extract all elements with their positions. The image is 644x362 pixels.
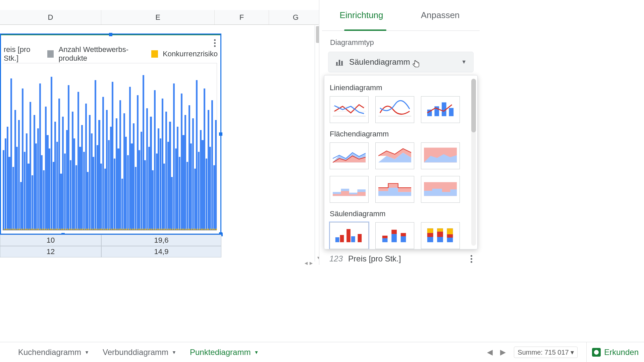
thumb-area[interactable] bbox=[330, 142, 369, 169]
svg-rect-11 bbox=[449, 108, 453, 116]
summary-box[interactable]: Summe: 715 017 ▾ bbox=[514, 347, 578, 358]
sheet-tab-active[interactable]: Punktediagramm▼ bbox=[185, 346, 263, 359]
cell-e[interactable]: 14,9 bbox=[101, 246, 221, 257]
bar bbox=[215, 120, 217, 230]
bar bbox=[202, 140, 203, 230]
chart-type-dropdown: Liniendiagramm Flächendiagramm Säulendia… bbox=[324, 75, 478, 249]
dropdown-group-title: Liniendiagramm bbox=[330, 83, 472, 92]
bar bbox=[51, 77, 52, 230]
thumb-column-100[interactable] bbox=[421, 222, 460, 249]
bar bbox=[150, 117, 152, 230]
bar bbox=[206, 159, 207, 230]
bar bbox=[95, 80, 96, 230]
bar bbox=[75, 165, 77, 230]
thumb-column[interactable] bbox=[330, 222, 369, 249]
chart-menu-kebab[interactable] bbox=[214, 39, 216, 47]
caret-down-icon: ▼ bbox=[254, 350, 259, 355]
bar bbox=[70, 160, 71, 230]
thumb-area-100[interactable] bbox=[421, 142, 460, 169]
cell-d[interactable]: 10 bbox=[0, 235, 101, 246]
bar bbox=[192, 118, 194, 230]
explore-button[interactable]: Erkunden bbox=[586, 342, 644, 362]
bar bbox=[144, 160, 146, 230]
thumb-step-100[interactable] bbox=[421, 176, 460, 203]
caret-down-icon: ▾ bbox=[571, 349, 574, 356]
cell-d[interactable]: 12 bbox=[0, 246, 101, 257]
thumb-spline[interactable] bbox=[375, 96, 414, 123]
bar bbox=[143, 75, 144, 230]
column-header-d[interactable]: D bbox=[0, 10, 101, 24]
table-row: 12 14,9 bbox=[0, 246, 221, 257]
bar-plot-area bbox=[3, 63, 217, 230]
bar bbox=[77, 92, 79, 230]
thumb-area-stacked[interactable] bbox=[375, 142, 414, 169]
sheet-nav-next[interactable]: ▶ bbox=[500, 348, 506, 357]
bar bbox=[184, 115, 186, 230]
resize-handle-top[interactable] bbox=[109, 33, 112, 36]
resize-handle-right[interactable] bbox=[219, 132, 222, 136]
svg-rect-28 bbox=[358, 234, 362, 242]
bar bbox=[200, 130, 202, 230]
bar bbox=[104, 169, 106, 230]
scroll-left-arrow[interactable]: ◀ bbox=[305, 261, 308, 265]
bar bbox=[152, 170, 154, 230]
bar bbox=[60, 174, 62, 230]
data-cells: 10 19,6 12 14,9 bbox=[0, 235, 221, 257]
bar bbox=[30, 102, 31, 230]
chart-type-selected-text: Säulendiagramm bbox=[349, 57, 410, 67]
tab-customize[interactable]: Anpassen bbox=[401, 0, 480, 31]
bar bbox=[209, 147, 211, 230]
bar bbox=[58, 99, 60, 230]
bar bbox=[194, 169, 196, 230]
bar bbox=[93, 157, 94, 230]
bar bbox=[28, 164, 29, 230]
thumb-step-stacked[interactable] bbox=[375, 176, 414, 203]
bar bbox=[198, 152, 200, 230]
sheet-tab[interactable]: Verbunddiagramm▼ bbox=[98, 346, 181, 359]
svg-rect-40 bbox=[437, 232, 443, 237]
chart-type-select[interactable]: Säulendiagramm ▼ bbox=[328, 52, 474, 72]
bar bbox=[79, 147, 81, 230]
bar bbox=[108, 140, 110, 230]
thumb-column-stacked[interactable] bbox=[375, 222, 414, 249]
scroll-right-arrow[interactable]: ▶ bbox=[310, 261, 313, 265]
column-header-f[interactable]: F bbox=[215, 10, 269, 24]
data-range-field[interactable]: 123 Preis [pro Stk.] bbox=[322, 249, 480, 268]
column-header-e[interactable]: E bbox=[101, 10, 215, 24]
bar bbox=[204, 88, 205, 230]
legend-swatch-2 bbox=[151, 50, 158, 58]
sheet-nav-prev[interactable]: ◀ bbox=[487, 348, 493, 357]
chart-object[interactable]: reis [pro Stk.] Anzahl Wettbewerbs-produ… bbox=[0, 34, 221, 235]
column-header-g[interactable]: G bbox=[269, 10, 323, 24]
horizontal-scrollbar[interactable]: ◀ ▶ bbox=[0, 260, 315, 266]
svg-rect-3 bbox=[336, 65, 343, 66]
legend-label-2: Konkurrenzrisiko bbox=[163, 50, 218, 58]
bar bbox=[141, 132, 142, 230]
thumb-combo[interactable] bbox=[421, 96, 460, 123]
cell-e[interactable]: 19,6 bbox=[101, 235, 221, 246]
bar bbox=[85, 104, 87, 230]
tab-setup[interactable]: Einrichtung bbox=[322, 0, 401, 31]
bar bbox=[177, 127, 178, 230]
sheet-tab[interactable]: Kuchendiagramm▼ bbox=[13, 346, 94, 359]
svg-rect-30 bbox=[382, 236, 388, 238]
bar bbox=[146, 108, 148, 230]
bar bbox=[213, 165, 215, 230]
thumb-step[interactable] bbox=[330, 176, 369, 203]
thumb-line[interactable] bbox=[330, 96, 369, 123]
bar bbox=[123, 113, 125, 230]
field-menu-kebab[interactable] bbox=[471, 255, 472, 263]
bar bbox=[34, 115, 35, 230]
bar bbox=[98, 120, 100, 230]
bar bbox=[106, 110, 108, 230]
chart-type-label: Diagrammtyp bbox=[322, 31, 480, 52]
legend-label-1: Anzahl Wettbewerbs-produkte bbox=[58, 45, 147, 63]
bar bbox=[16, 147, 18, 230]
dropdown-scrollbar-thumb[interactable] bbox=[471, 79, 476, 132]
bar bbox=[133, 123, 135, 230]
bar bbox=[5, 138, 6, 230]
bar bbox=[83, 152, 85, 230]
bar bbox=[175, 148, 177, 230]
svg-rect-1 bbox=[339, 60, 340, 65]
bar bbox=[91, 133, 93, 230]
